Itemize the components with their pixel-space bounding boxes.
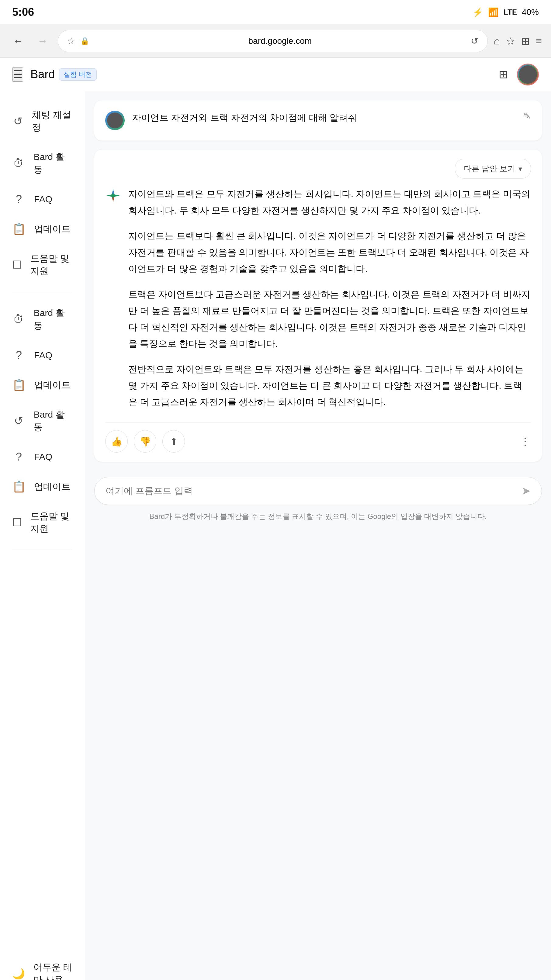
update-icon-1: 📋 [12,223,25,235]
avatar[interactable] [517,64,539,86]
apps-grid-button[interactable]: ⊞ [499,68,508,81]
reader-button[interactable]: ⊞ [521,35,530,47]
sidebar-item-help-2[interactable]: ☐ 도움말 및 지원 [0,501,85,544]
bard-icon [105,188,121,410]
beta-badge: 실험 버전 [59,68,97,81]
bluetooth-icon: ⚡ [473,7,483,18]
faq-icon-1: ? [12,193,25,205]
send-button[interactable]: ➤ [521,485,530,497]
help-icon-2: ☐ [12,516,22,529]
update-icon-2: 📋 [12,379,25,391]
forward-button[interactable]: → [33,32,52,50]
status-time: 5:06 [12,6,34,19]
app-header: ☰ Bard 실험 버전 ⊞ [0,58,551,91]
browser-controls: ⌂ ☆ ⊞ ≡ [494,35,542,47]
dark-mode-icon: 🌙 [12,967,25,980]
sidebar-toggle-button[interactable]: ☰ [12,67,23,81]
bard-activity-icon-3: ↺ [12,415,25,427]
app-title: Bard [30,68,55,81]
bookmark-icon: ☆ [67,36,75,46]
faq-icon-2: ? [12,349,25,362]
prompt-input[interactable] [105,486,515,496]
user-message-card: 자이언트 자전거와 트랙 자전거의 차이점에 대해 알려줘 ✎ [94,100,542,140]
browser-bar: ← → ☆ 🔒 bard.google.com ↺ ⌂ ☆ ⊞ ≡ [0,24,551,58]
sidebar-item-update-2[interactable]: 📋 업데이트 [0,370,85,400]
input-bar: ➤ [94,477,542,505]
response-paragraph-3: 트랙은 자이언트보다 고급스러운 자전거를 생산하는 회사입니다. 이것은 트랙… [128,286,531,352]
response-actions: 👍 👎 ⬆ ⋮ [105,423,531,453]
sidebar-item-faq-2[interactable]: ? FAQ [0,340,85,370]
bard-response-body: 자이언트와 트랙은 모두 자전거를 생산하는 회사입니다. 자이언트는 대만의 … [105,186,531,410]
response-card: 다른 답안 보기 ▾ 자이언트와 트랙은 모두 자전거를 생산하는 회사입니다.… [94,150,542,462]
response-paragraph-1: 자이언트와 트랙은 모두 자전거를 생산하는 회사입니다. 자이언트는 대만의 … [128,186,531,219]
sidebar-item-faq-3[interactable]: ? FAQ [0,442,85,472]
user-message-text: 자이언트 자전거와 트랙 자전거의 차이점에 대해 알려줘 [132,111,516,124]
url-text[interactable]: bard.google.com [94,36,466,46]
sidebar-item-bard-activity-1[interactable]: ⏱ Bard 활동 [0,142,85,184]
user-avatar-inner [107,113,123,128]
menu-button[interactable]: ≡ [536,35,542,47]
content-area: 자이언트 자전거와 트랙 자전거의 차이점에 대해 알려줘 ✎ 다른 답안 보기… [85,91,551,980]
sidebar-bottom: 🌙 어두운 테마 사용 [0,947,85,980]
url-bar[interactable]: ☆ 🔒 bard.google.com ↺ [58,30,488,52]
lte-label: LTE [503,8,517,16]
edit-message-button[interactable]: ✎ [523,111,531,121]
signal-icon: 📶 [488,7,499,18]
response-paragraph-2: 자이언트는 트랙보다 훨씬 큰 회사입니다. 이것은 자이언트가 더 다양한 자… [128,228,531,277]
more-options-button[interactable]: ⋮ [520,435,531,447]
status-bar: 5:06 ⚡ 📶 LTE 40% [0,0,551,24]
sidebar-item-faq-1[interactable]: ? FAQ [0,184,85,214]
status-icons: ⚡ 📶 LTE 40% [473,7,539,18]
other-answers-button[interactable]: 다른 답안 보기 ▾ [455,159,531,178]
response-text: 자이언트와 트랙은 모두 자전거를 생산하는 회사입니다. 자이언트는 대만의 … [128,186,531,410]
sidebar-item-update-1[interactable]: 📋 업데이트 [0,214,85,244]
sidebar-item-help-1[interactable]: ☐ 도움말 및 지원 [0,244,85,286]
help-icon-1: ☐ [12,259,22,271]
chevron-down-icon: ▾ [518,165,522,173]
app-header-right: ⊞ [499,64,539,86]
app-header-left: ☰ Bard 실험 버전 [12,67,97,81]
bookmarks-button[interactable]: ☆ [506,35,515,47]
bard-activity-icon-2: ⏱ [12,313,25,326]
main-layout: ↺ 채팅 재설정 ⏱ Bard 활동 ? FAQ 📋 업데이트 ☐ 도움말 및 … [0,91,551,980]
refresh-icon[interactable]: ↺ [471,36,478,46]
bard-logo: Bard 실험 버전 [30,68,97,81]
thumbs-down-button[interactable]: 👎 [134,430,156,453]
sidebar-divider-2 [12,550,73,550]
home-button[interactable]: ⌂ [494,35,500,47]
battery-level: 40% [522,7,539,17]
bard-activity-icon-1: ⏱ [12,157,25,170]
share-button[interactable]: ⬆ [162,430,185,453]
response-header: 다른 답안 보기 ▾ [105,159,531,178]
update-icon-3: 📋 [12,480,25,493]
faq-icon-3: ? [12,450,25,463]
thumbs-up-button[interactable]: 👍 [105,430,128,453]
lock-icon: 🔒 [80,37,89,45]
input-area: ➤ Bard가 부정확하거나 불쾌감을 주는 정보를 표시할 수 있으며, 이는… [94,477,542,522]
sidebar-item-update-3[interactable]: 📋 업데이트 [0,472,85,501]
sidebar-item-chat-reset[interactable]: ↺ 채팅 재설정 [0,100,85,142]
other-answers-label: 다른 답안 보기 [464,163,515,174]
sidebar-item-bard-activity-3[interactable]: ↺ Bard 활동 [0,400,85,442]
chat-reset-icon: ↺ [12,115,24,128]
sidebar-item-dark-mode[interactable]: 🌙 어두운 테마 사용 [0,953,85,980]
disclaimer-text: Bard가 부정확하거나 불쾌감을 주는 정보를 표시할 수 있으며, 이는 G… [94,511,542,522]
user-avatar [105,111,125,130]
sidebar-item-bard-activity-2[interactable]: ⏱ Bard 활동 [0,298,85,340]
response-paragraph-4: 전반적으로 자이언트와 트랙은 모두 자전거를 생산하는 좋은 회사입니다. 그… [128,361,531,410]
sidebar: ↺ 채팅 재설정 ⏱ Bard 활동 ? FAQ 📋 업데이트 ☐ 도움말 및 … [0,91,85,980]
back-button[interactable]: ← [9,32,27,50]
